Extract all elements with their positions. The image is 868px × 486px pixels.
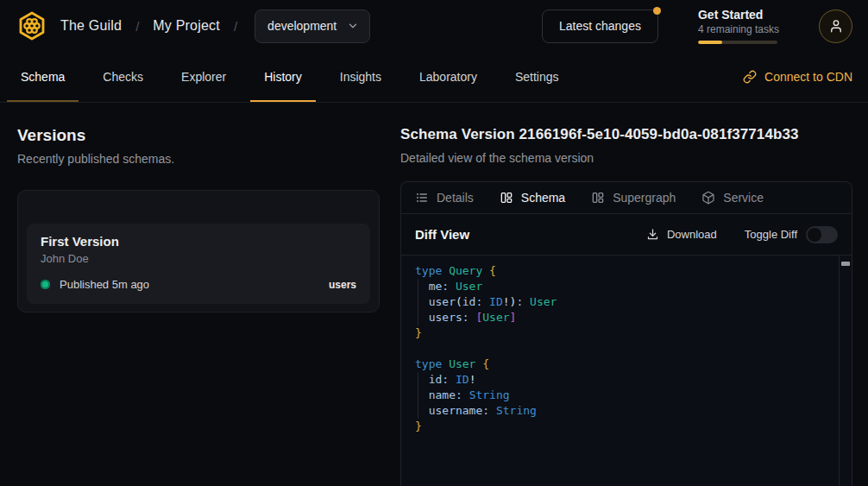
tab-underline	[250, 100, 316, 102]
published-dot-icon	[41, 280, 50, 289]
code-line: username: String	[415, 403, 826, 419]
detail-tab-details[interactable]: Details	[415, 191, 474, 205]
tab-label: Explorer	[181, 70, 226, 84]
latest-changes-button[interactable]: Latest changes	[542, 9, 658, 43]
get-started-subtitle: 4 remaining tasks	[698, 23, 779, 35]
service-badge: users	[329, 279, 356, 291]
download-button[interactable]: Download	[646, 228, 717, 241]
code-line: }	[415, 419, 826, 434]
tab-schema[interactable]: Schema	[7, 52, 79, 102]
main-nav: Schema Checks Explorer History Insights …	[0, 52, 868, 103]
version-detail-panel: Schema Version 2166196f-5e10-4059-bd0a-0…	[400, 103, 852, 486]
target-select-value: development	[267, 19, 337, 33]
header-right-group: Latest changes Get Started 4 remaining t…	[542, 8, 852, 44]
schema-code-viewer: type Query { me: User user(id: ID!): Use…	[401, 256, 852, 486]
detail-tab-service[interactable]: Service	[701, 191, 764, 205]
version-detail-title: Schema Version 2166196f-5e10-4059-bd0a-0…	[400, 126, 852, 143]
content-area: Versions Recently published schemas. Fir…	[0, 103, 868, 486]
detail-tabs: Details Schema Supergraph	[401, 182, 852, 214]
connect-cdn-label: Connect to CDN	[764, 70, 852, 84]
detail-tab-label: Schema	[521, 191, 565, 205]
code-line: }	[415, 325, 826, 341]
toggle-diff-control: Toggle Diff	[745, 226, 838, 243]
tab-history[interactable]: History	[250, 52, 316, 102]
switch-knob	[808, 228, 821, 242]
code-line: type User {	[415, 357, 826, 372]
tab-label: Insights	[340, 70, 381, 84]
tab-label: Checks	[103, 70, 143, 84]
breadcrumb-separator: /	[134, 19, 141, 34]
box-icon	[701, 191, 715, 205]
user-icon	[828, 18, 844, 34]
link-icon	[743, 70, 757, 84]
versions-panel: Versions Recently published schemas. Fir…	[17, 103, 380, 312]
version-list-item[interactable]: First Version John Doe Published 5m ago …	[27, 224, 370, 304]
versions-list-card: First Version John Doe Published 5m ago …	[17, 190, 380, 312]
tab-explorer[interactable]: Explorer	[167, 52, 240, 102]
detail-tab-schema[interactable]: Schema	[500, 191, 565, 205]
detail-tab-label: Supergraph	[613, 191, 676, 205]
target-select[interactable]: development	[255, 9, 370, 43]
top-header: The Guild / My Project / development Lat…	[0, 0, 868, 52]
tab-underline	[7, 100, 79, 102]
user-avatar[interactable]	[819, 9, 852, 43]
download-label: Download	[667, 228, 717, 241]
code-block: type Query { me: User user(id: ID!): Use…	[401, 256, 852, 442]
get-started-progressbar	[698, 41, 777, 44]
progress-fill	[698, 41, 723, 44]
nav-tabs: Schema Checks Explorer History Insights …	[7, 52, 573, 102]
code-line: me: User	[415, 279, 826, 294]
detail-tab-supergraph[interactable]: Supergraph	[591, 191, 676, 205]
code-line: name: String	[415, 388, 826, 403]
code-line: users: [User]	[415, 310, 826, 325]
diff-view-toolbar: Diff View Download Toggle Diff	[401, 214, 852, 256]
breadcrumb-org[interactable]: The Guild	[60, 18, 122, 34]
code-scrollbar[interactable]	[839, 256, 852, 486]
tab-label: Schema	[21, 70, 65, 84]
tab-label: History	[264, 70, 302, 84]
hive-logo-icon[interactable]	[16, 9, 48, 42]
version-author: John Doe	[41, 252, 356, 265]
connect-cdn-button[interactable]: Connect to CDN	[743, 52, 852, 102]
tab-label: Laboratory	[419, 70, 477, 84]
columns-icon	[591, 191, 605, 205]
detail-tab-label: Details	[437, 191, 474, 205]
code-line: user(id: ID!): User	[415, 294, 826, 310]
notification-dot	[653, 7, 661, 15]
version-detail-subtitle: Detailed view of the schema version	[400, 151, 852, 165]
version-status: Published 5m ago	[60, 278, 149, 291]
toggle-diff-label: Toggle Diff	[745, 228, 797, 241]
diff-actions: Download Toggle Diff	[646, 226, 838, 243]
scrollbar-thumb[interactable]	[841, 262, 850, 266]
get-started-title: Get Started	[698, 8, 779, 22]
code-line: type Query {	[415, 263, 826, 279]
tab-laboratory[interactable]: Laboratory	[406, 52, 491, 102]
detail-tab-label: Service	[723, 191, 764, 205]
version-name: First Version	[41, 234, 356, 249]
code-line	[415, 341, 826, 357]
download-icon	[646, 228, 659, 241]
tab-settings[interactable]: Settings	[501, 52, 573, 102]
diff-view-title: Diff View	[415, 227, 469, 242]
detail-panel: Details Schema Supergraph	[400, 181, 852, 486]
tab-checks[interactable]: Checks	[89, 52, 157, 102]
versions-subtitle: Recently published schemas.	[17, 152, 380, 166]
breadcrumb-separator: /	[232, 19, 239, 34]
chevron-down-icon	[347, 20, 359, 32]
list-icon	[415, 191, 429, 205]
latest-changes-label: Latest changes	[559, 19, 641, 33]
get-started-widget[interactable]: Get Started 4 remaining tasks	[698, 8, 779, 44]
toggle-diff-switch[interactable]	[806, 226, 838, 243]
breadcrumb-project[interactable]: My Project	[153, 18, 220, 34]
version-status-row: Published 5m ago users	[41, 278, 356, 291]
columns-icon	[500, 191, 513, 205]
code-line: id: ID!	[415, 372, 826, 388]
tab-label: Settings	[515, 70, 559, 84]
versions-title: Versions	[17, 126, 380, 145]
tab-insights[interactable]: Insights	[326, 52, 395, 102]
